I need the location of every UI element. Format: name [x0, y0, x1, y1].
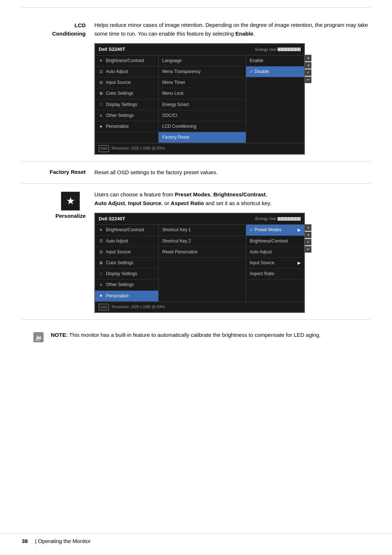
sub-menu-lock[interactable]: Menu Lock [159, 88, 246, 99]
menu-brightness-2[interactable]: ☀ Brightness/Contrast [95, 225, 158, 236]
color-settings-icon-2: ✿ [98, 260, 104, 266]
menu-input-source-2[interactable]: ⊟ Input Source [95, 247, 158, 258]
osd-header-2: Dell S2240T Energy Use [95, 213, 304, 225]
osd-monitor-2: Dell S2240T Energy Use [94, 213, 305, 313]
val-input-source-2[interactable]: Input Source ▶ [246, 258, 304, 269]
scroll-back-2[interactable]: ↩ [305, 246, 311, 253]
osd-scrollbar-1: ∧ ∨ ✓ ↩ [305, 55, 311, 83]
note-icon-col [22, 331, 51, 343]
scroll-up-2[interactable]: ∧ [305, 224, 311, 231]
menu-personalize-1[interactable]: ★ Personalize [95, 121, 158, 132]
lcd-enable-word: Enable [236, 30, 253, 37]
display-settings-icon-2: □ [98, 271, 104, 277]
menu-personalize-2[interactable]: ★ Personalize [95, 291, 158, 302]
val-enable[interactable]: Enable [246, 56, 304, 66]
osd-footer-2: OSD Resolution: 1920 x 1080 @ 60Hz [95, 302, 304, 312]
sub-energy-smart[interactable]: Energy Smart [159, 99, 246, 110]
personalize-menu-icon-2: ★ [98, 293, 104, 299]
osd-menu-2: ☀ Brightness/Contrast ⊡ Auto Adjust ⊟ In… [95, 225, 159, 301]
val-aspect-ratio[interactable]: Aspect Ratio [246, 269, 304, 279]
osd-footer-1: OSD Resolution: 1920 x 1080 @ 60Hz [95, 143, 304, 154]
sub-lcd-conditioning[interactable]: LCD Conditioning [159, 121, 246, 132]
note-description: This monitor has a built-in feature to a… [68, 332, 321, 338]
sub-menu-timer[interactable]: Menu Timer [159, 77, 246, 88]
val-brightness-contrast-2[interactable]: Brightness/Contrast [246, 236, 304, 247]
personalize-star-box: ★ [61, 192, 80, 211]
menu-color-settings-2[interactable]: ✿ Color Settings [95, 258, 158, 269]
note-pencil-icon [33, 331, 44, 343]
input-source-icon-1: ⊟ [98, 79, 104, 86]
lcd-content: Helps reduce minor cases of image retent… [94, 21, 370, 155]
sub-shortcut-key-2[interactable]: Shortcut Key 2 [159, 236, 246, 247]
osd-body-2: ☀ Brightness/Contrast ⊡ Auto Adjust ⊟ In… [95, 225, 304, 301]
sub-menu-transparency[interactable]: Menu Transparency [159, 66, 246, 77]
scroll-confirm-1[interactable]: ✓ [305, 69, 311, 76]
menu-display-settings-1[interactable]: □ Display Settings [95, 99, 158, 110]
lcd-label: LCD Conditioning [22, 21, 94, 155]
energy-bar-2: Energy Use [256, 216, 301, 222]
osd-values-2: ✓ Preset Modes ▶ Brightness/Contrast Aut… [246, 225, 304, 301]
preset-arrow-icon: ▶ [298, 227, 301, 233]
other-settings-icon-1: ≡ [98, 113, 104, 119]
sub-shortcut-key-1[interactable]: Shortcut Key 1 [159, 225, 246, 236]
osd-logo-1: OSD [99, 145, 109, 152]
scroll-confirm-2[interactable]: ✓ [305, 239, 311, 245]
personalize-icon-1: ★ [98, 123, 104, 130]
osd-menu-1: ☀ Brightness/Contrast ⊡ Auto Adjust ⊟ In… [95, 56, 159, 143]
osd-monitor-1: Dell S2240T Energy Use [94, 43, 305, 155]
menu-other-settings-2[interactable]: ≡ Other Settings [95, 279, 158, 290]
osd-submenu-1: Language Menu Transparency Menu Timer Me… [159, 56, 246, 143]
preset-check-icon: ✓ [250, 227, 253, 233]
val-disable[interactable]: ✓ Disable [246, 66, 304, 77]
menu-auto-adjust-1[interactable]: ⊡ Auto Adjust [95, 66, 158, 77]
menu-brightness-1[interactable]: ☀ Brightness/Contrast [95, 56, 158, 66]
osd-header-1: Dell S2240T Energy Use [95, 44, 304, 56]
osd-logo-2: OSD [99, 304, 109, 310]
factory-reset-content: Reset all OSD settings to the factory pr… [94, 168, 370, 177]
menu-auto-adjust-2[interactable]: ⊡ Auto Adjust [95, 236, 158, 247]
menu-other-settings-1[interactable]: ≡ Other Settings [95, 110, 158, 121]
menu-display-settings-2[interactable]: □ Display Settings [95, 269, 158, 279]
scroll-up-1[interactable]: ∧ [305, 55, 311, 61]
color-settings-icon-1: ✿ [98, 90, 104, 97]
val-preset-modes[interactable]: ✓ Preset Modes ▶ [246, 225, 304, 236]
energy-visual-1 [278, 48, 301, 51]
osd-submenu-2: Shortcut Key 1 Shortcut Key 2 Reset Pers… [159, 225, 246, 301]
factory-reset-label: Factory Reset [22, 168, 94, 177]
brightness-icon-2: ☀ [98, 227, 104, 233]
page-container: LCD Conditioning Helps reduce minor case… [0, 0, 392, 368]
personalize-star-icon: ★ [66, 195, 75, 207]
svg-rect-2 [35, 340, 40, 341]
energy-visual-2 [278, 217, 301, 221]
other-settings-icon-2: ≡ [98, 282, 104, 288]
osd-resolution-1: Resolution: 1920 x 1080 @ 60Hz [112, 146, 165, 151]
auto-adjust-icon-2: ⊡ [98, 238, 104, 244]
menu-color-settings-1[interactable]: ✿ Color Settings [95, 88, 158, 99]
note-section: NOTE: This monitor has a built-in featur… [22, 327, 370, 347]
osd-resolution-2: Resolution: 1920 x 1080 @ 60Hz [112, 304, 165, 310]
sub-ddc-ci[interactable]: DDC/CI [159, 110, 246, 121]
val-auto-adjust-2[interactable]: Auto Adjust [246, 247, 304, 258]
sub-language[interactable]: Language [159, 56, 246, 66]
factory-reset-description: Reset all OSD settings to the factory pr… [94, 169, 217, 175]
personalize-section: ★ Personalize Users can choose a feature… [22, 184, 370, 320]
personalize-description: Users can choose a feature from Preset M… [94, 190, 370, 208]
osd-body-1: ☀ Brightness/Contrast ⊡ Auto Adjust ⊟ In… [95, 56, 304, 143]
footer-text: | Operating the Monitor [35, 538, 91, 544]
page-number: 38 [22, 538, 28, 544]
scroll-down-2[interactable]: ∨ [305, 232, 311, 238]
input-source-icon-2: ⊟ [98, 249, 104, 256]
top-rule [22, 7, 370, 8]
sub-reset-personalize[interactable]: Reset Personalize [159, 247, 246, 258]
sub-factory-reset[interactable]: Factory Reset [159, 132, 246, 143]
page-footer: 38 | Operating the Monitor [0, 533, 392, 544]
lcd-conditioning-section: LCD Conditioning Helps reduce minor case… [22, 14, 370, 162]
personalize-label: Personalize [56, 213, 86, 219]
energy-bar-1: Energy Use [256, 46, 301, 53]
display-settings-icon-1: □ [98, 101, 104, 108]
menu-input-source-1[interactable]: ⊟ Input Source [95, 77, 158, 88]
factory-reset-section: Factory Reset Reset all OSD settings to … [22, 162, 370, 184]
scroll-down-1[interactable]: ∨ [305, 62, 311, 69]
scroll-back-1[interactable]: ↩ [305, 77, 311, 83]
auto-adjust-icon-1: ⊡ [98, 69, 104, 75]
